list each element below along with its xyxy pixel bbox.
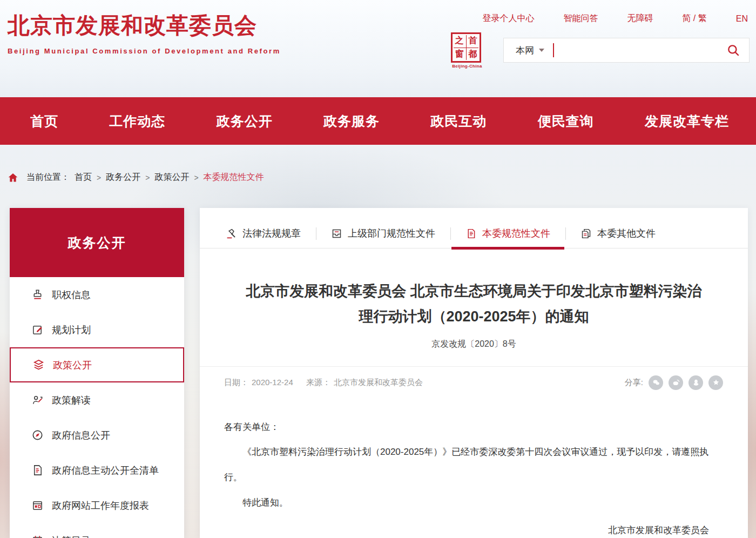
divider <box>200 366 748 367</box>
qq-icon <box>692 378 700 387</box>
sidebar-item-label: 职权信息 <box>52 288 91 301</box>
share-label: 分享: <box>625 378 643 388</box>
tab-commission-other-docs[interactable]: 本委其他文件 <box>565 219 671 248</box>
seal-char: 都 <box>466 48 480 61</box>
breadcrumb-separator: > <box>97 173 101 182</box>
page: 北京市发展和改革委员会 Beijing Municipal Commission… <box>0 0 756 538</box>
sidebar-item-label: 政策解读 <box>52 394 91 407</box>
site-header: 北京市发展和改革委员会 Beijing Municipal Commission… <box>0 0 756 97</box>
annual-report-icon <box>31 499 44 512</box>
sidebar-item-planning[interactable]: 规划计划 <box>10 312 184 347</box>
article-signature: 北京市发展和改革委员会 <box>224 518 716 538</box>
sidebar-item-website-annual-report[interactable]: 政府网站工作年度报表 <box>10 488 184 523</box>
nav-item-convenience-search[interactable]: 便民查询 <box>538 112 594 130</box>
sidebar-item-policy-interpretation[interactable]: 政策解读 <box>10 382 184 418</box>
article-paragraph: 《北京市塑料污染治理行动计划（2020-2025年）》已经市委深改委第十四次会议… <box>224 440 716 490</box>
capital-window-seal-logo[interactable]: 之 首 窗 都 Beijing-China <box>451 32 483 69</box>
main-nav: 首页 工作动态 政务公开 政务服务 政民互动 便民查询 发展改革专栏 <box>0 97 756 145</box>
sidebar-item-gov-info-open[interactable]: 政府信息公开 <box>10 418 184 453</box>
gavel-icon <box>226 228 237 239</box>
sidebar-item-decision-catalog[interactable]: 决策目录 <box>10 523 184 538</box>
search-icon <box>726 43 740 57</box>
source-label: 来源： <box>306 378 330 387</box>
utility-links: 登录个人中心 智能问答 无障碍 简 / 繁 EN <box>482 13 748 24</box>
seal-char: 之 <box>453 34 466 48</box>
share-wechat-button[interactable] <box>649 375 663 390</box>
nav-item-gov-services[interactable]: 政务服务 <box>323 112 380 130</box>
breadcrumb-item-policy-open[interactable]: 政策公开 <box>154 172 189 183</box>
nav-item-reform-special[interactable]: 发展改革专栏 <box>645 112 729 130</box>
article-title: 北京市发展和改革委员会 北京市生态环境局关于印发北京市塑料污染治理行动计划（20… <box>245 279 704 330</box>
search-scope-dropdown[interactable]: 本网 <box>516 44 544 57</box>
breadcrumb: 当前位置： 首页 > 政务公开 > 政策公开 > 本委规范性文件 <box>8 172 264 183</box>
article-date: 2020-12-24 <box>252 378 293 387</box>
site-subtitle: Beijing Municipal Commission of Developm… <box>8 47 281 55</box>
weibo-icon <box>672 378 680 387</box>
compass-icon <box>31 429 44 441</box>
chevron-down-icon <box>539 49 544 52</box>
date-label: 日期： <box>224 378 248 387</box>
home-icon[interactable] <box>8 172 18 183</box>
site-title: 北京市发展和改革委员会 <box>8 11 281 41</box>
sidebar-item-label: 规划计划 <box>52 324 91 337</box>
utility-link-smart-qa[interactable]: 智能问答 <box>563 13 598 24</box>
main-content: 法律法规规章 上级部门规范性文件 本委规范性文件 <box>200 208 748 538</box>
nav-item-public-interaction[interactable]: 政民互动 <box>430 112 487 130</box>
sidebar-item-label: 政府信息公开 <box>52 429 110 442</box>
stamp-icon <box>31 288 44 301</box>
breadcrumb-location-label: 当前位置： <box>26 172 70 183</box>
tab-label: 法律法规规章 <box>242 227 301 240</box>
tab-label: 上级部门规范性文件 <box>348 227 435 240</box>
article-source: 北京市发展和改革委员会 <box>334 378 423 387</box>
utility-link-accessibility[interactable]: 无障碍 <box>627 13 653 24</box>
share-qq-button[interactable] <box>688 375 703 390</box>
search-input[interactable] <box>554 38 726 62</box>
inbox-doc-icon <box>331 228 342 239</box>
search-bar: 本网 <box>503 38 750 63</box>
tab-label: 本委其他文件 <box>597 227 656 240</box>
tab-commission-normative-docs[interactable]: 本委规范性文件 <box>450 219 565 248</box>
sidebar-item-label: 决策目录 <box>52 534 91 538</box>
document-number: 京发改规〔2020〕8号 <box>200 339 748 350</box>
search-scope-label: 本网 <box>516 44 534 57</box>
share-bar: 分享: <box>625 375 723 390</box>
breadcrumb-separator: > <box>194 173 198 182</box>
share-qzone-button[interactable] <box>708 375 723 390</box>
decision-catalog-icon <box>31 534 44 538</box>
tab-laws-regulations[interactable]: 法律法规规章 <box>211 219 316 248</box>
article-body: 各有关单位： 《北京市塑料污染治理行动计划（2020-2025年）》已经市委深改… <box>200 415 748 538</box>
sidebar-item-proactive-disclosure-list[interactable]: 政府信息主动公开全清单 <box>10 453 184 488</box>
article-notice: 特此通知。 <box>224 490 716 516</box>
sidebar-item-policy-open[interactable]: 政策公开 <box>10 347 184 382</box>
plan-edit-icon <box>31 324 44 336</box>
sidebar-item-label: 政府网站工作年度报表 <box>52 499 149 512</box>
sidebar-title: 政务公开 <box>10 208 184 277</box>
utility-link-login[interactable]: 登录个人中心 <box>482 13 534 24</box>
breadcrumb-separator: > <box>145 173 150 182</box>
article-meta: 日期：2020-12-24 来源：北京市发展和改革委员会 分享: <box>200 375 748 390</box>
document-copy-icon <box>580 228 592 239</box>
tab-label: 本委规范性文件 <box>482 227 550 240</box>
wechat-icon <box>652 378 660 387</box>
seal-char: 首 <box>466 34 480 48</box>
qzone-icon <box>712 378 720 387</box>
search-button[interactable] <box>726 43 740 57</box>
breadcrumb-item-home[interactable]: 首页 <box>75 172 92 183</box>
sidebar: 政务公开 职权信息 规划计划 政策公开 <box>10 208 184 538</box>
document-red-icon <box>465 228 477 239</box>
breadcrumb-item-gov-openness[interactable]: 政务公开 <box>106 172 140 183</box>
seal-icon: 之 首 窗 都 <box>451 32 481 63</box>
utility-link-lang-toggle[interactable]: 简 / 繁 <box>682 13 706 24</box>
tab-superior-normative-docs[interactable]: 上级部门规范性文件 <box>316 219 450 248</box>
share-weibo-button[interactable] <box>669 375 683 390</box>
nav-item-home[interactable]: 首页 <box>30 112 58 130</box>
site-logo[interactable]: 北京市发展和改革委员会 Beijing Municipal Commission… <box>8 11 281 55</box>
nav-item-gov-openness[interactable]: 政务公开 <box>217 112 273 130</box>
article-salutation: 各有关单位： <box>224 415 716 440</box>
utility-link-english[interactable]: EN <box>736 14 748 24</box>
sidebar-item-label: 政策公开 <box>53 359 92 372</box>
document-list-icon <box>31 464 44 476</box>
nav-item-work-news[interactable]: 工作动态 <box>109 112 165 130</box>
sidebar-item-duty-info[interactable]: 职权信息 <box>10 277 184 312</box>
interpretation-icon <box>31 394 44 406</box>
